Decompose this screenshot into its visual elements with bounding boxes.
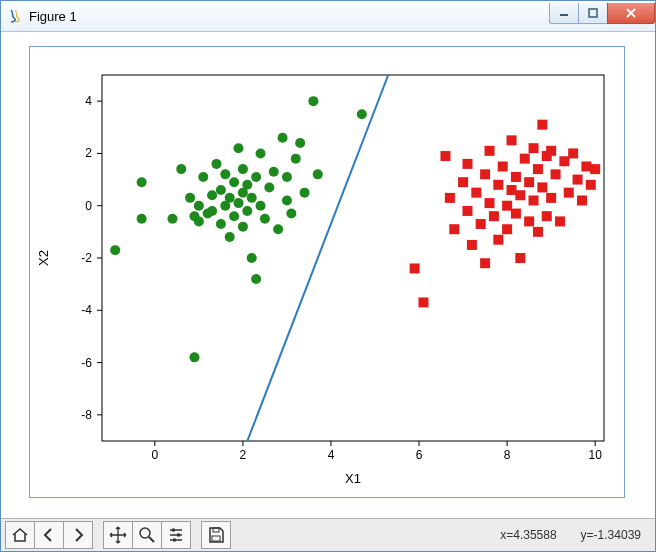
svg-text:2: 2 — [240, 448, 247, 462]
svg-text:-4: -4 — [81, 303, 92, 317]
svg-rect-140 — [177, 534, 180, 537]
save-button[interactable] — [201, 521, 231, 549]
svg-point-38 — [176, 164, 186, 174]
svg-point-64 — [247, 253, 257, 263]
svg-rect-84 — [410, 263, 420, 273]
svg-rect-91 — [462, 159, 472, 169]
svg-point-44 — [198, 172, 208, 182]
app-window: Figure 1 0246810-8-6-4-2024X1X2 x=4.3558… — [0, 0, 656, 552]
svg-rect-100 — [493, 180, 503, 190]
svg-point-82 — [313, 169, 323, 179]
svg-point-62 — [242, 206, 252, 216]
svg-point-65 — [247, 193, 257, 203]
svg-point-52 — [220, 169, 230, 179]
svg-rect-118 — [537, 182, 547, 192]
svg-point-63 — [242, 180, 252, 190]
svg-text:0: 0 — [151, 448, 158, 462]
svg-point-61 — [238, 164, 248, 174]
svg-rect-101 — [493, 235, 503, 245]
window-title: Figure 1 — [29, 9, 550, 24]
svg-rect-4 — [102, 75, 604, 441]
svg-point-56 — [229, 177, 239, 187]
svg-text:10: 10 — [589, 448, 603, 462]
svg-point-43 — [194, 201, 204, 211]
svg-text:-8: -8 — [81, 408, 92, 422]
svg-rect-129 — [573, 175, 583, 185]
svg-rect-106 — [507, 135, 517, 145]
svg-rect-86 — [440, 151, 450, 161]
svg-rect-131 — [581, 162, 591, 172]
svg-rect-117 — [533, 227, 543, 237]
svg-rect-125 — [555, 216, 565, 226]
configure-button[interactable] — [161, 521, 191, 549]
svg-rect-88 — [449, 224, 459, 234]
maximize-button[interactable] — [578, 3, 608, 24]
home-button[interactable] — [5, 521, 35, 549]
svg-point-59 — [238, 222, 248, 232]
svg-line-135 — [149, 537, 154, 542]
svg-rect-107 — [511, 172, 521, 182]
cursor-coords: x=4.35588 y=-1.34039 — [500, 528, 651, 542]
app-icon — [7, 8, 23, 24]
svg-point-47 — [207, 206, 217, 216]
svg-rect-93 — [471, 188, 481, 198]
svg-text:6: 6 — [416, 448, 423, 462]
svg-point-76 — [282, 172, 292, 182]
svg-rect-123 — [546, 193, 556, 203]
svg-point-77 — [286, 209, 296, 219]
minimize-button[interactable] — [549, 3, 579, 24]
pan-button[interactable] — [103, 521, 133, 549]
scatter-plot[interactable]: 0246810-8-6-4-2024X1X2 — [30, 47, 624, 497]
svg-rect-112 — [524, 216, 534, 226]
svg-rect-127 — [564, 188, 574, 198]
svg-point-50 — [216, 185, 226, 195]
svg-point-49 — [216, 219, 226, 229]
svg-point-36 — [137, 177, 147, 187]
svg-point-54 — [225, 193, 235, 203]
svg-rect-121 — [542, 211, 552, 221]
svg-point-55 — [229, 211, 239, 221]
svg-rect-128 — [568, 148, 578, 158]
svg-point-57 — [234, 143, 244, 153]
svg-rect-94 — [476, 219, 486, 229]
svg-rect-89 — [458, 177, 468, 187]
svg-rect-116 — [533, 164, 543, 174]
svg-rect-110 — [515, 190, 525, 200]
svg-rect-141 — [173, 539, 176, 542]
svg-text:X1: X1 — [345, 471, 361, 486]
svg-point-41 — [189, 352, 199, 362]
svg-rect-115 — [529, 195, 539, 205]
svg-text:-6: -6 — [81, 356, 92, 370]
svg-rect-119 — [537, 120, 547, 130]
svg-point-39 — [185, 193, 195, 203]
svg-rect-111 — [520, 154, 530, 164]
window-buttons — [550, 3, 655, 25]
svg-rect-130 — [577, 195, 587, 205]
forward-button[interactable] — [63, 521, 93, 549]
svg-rect-104 — [502, 224, 512, 234]
svg-rect-108 — [511, 209, 521, 219]
titlebar: Figure 1 — [1, 1, 655, 32]
zoom-button[interactable] — [132, 521, 162, 549]
svg-rect-95 — [480, 169, 490, 179]
svg-point-68 — [256, 201, 266, 211]
svg-text:8: 8 — [504, 448, 511, 462]
svg-rect-105 — [507, 185, 517, 195]
svg-text:2: 2 — [85, 146, 92, 160]
svg-point-80 — [300, 188, 310, 198]
svg-rect-113 — [524, 177, 534, 187]
svg-point-83 — [357, 109, 367, 119]
svg-rect-102 — [498, 162, 508, 172]
coord-x: x=4.35588 — [500, 528, 556, 542]
svg-point-81 — [308, 96, 318, 106]
close-button[interactable] — [607, 3, 655, 24]
svg-rect-124 — [551, 169, 561, 179]
svg-point-78 — [291, 154, 301, 164]
back-button[interactable] — [34, 521, 64, 549]
svg-point-37 — [167, 214, 177, 224]
svg-text:X2: X2 — [36, 250, 51, 266]
svg-point-34 — [110, 245, 120, 255]
svg-rect-98 — [485, 146, 495, 156]
svg-rect-109 — [515, 253, 525, 263]
svg-rect-97 — [485, 198, 495, 208]
